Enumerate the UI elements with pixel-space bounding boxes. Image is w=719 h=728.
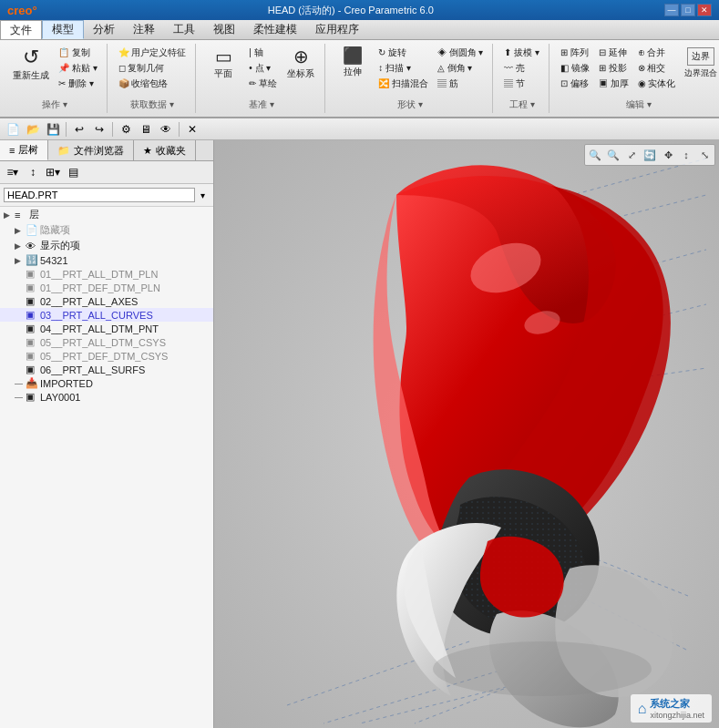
tree-item-dtm-csys2[interactable]: ▣ 05__PRT_DEF_DTM_CSYS	[0, 349, 213, 363]
menu-annotation[interactable]: 注释	[124, 20, 164, 39]
tb-view[interactable]: 👁	[157, 120, 175, 138]
menu-model[interactable]: 模型	[42, 20, 84, 39]
btn-coord[interactable]: ⊕ 坐标系	[282, 46, 319, 82]
tree-item-layer-root[interactable]: ▶ ≡ 层	[0, 207, 213, 222]
model-name-input[interactable]	[4, 188, 195, 202]
btn-rib[interactable]: ▤ 筋	[434, 77, 488, 91]
btn-axis[interactable]: | 轴	[245, 46, 281, 60]
btn-user-feature[interactable]: ⭐ 用户定义特征	[115, 46, 190, 60]
tb-open[interactable]: 📂	[24, 120, 42, 138]
btn-merge[interactable]: ⊕ 合并	[634, 46, 680, 60]
group-label-engineering: 工程 ▾	[509, 98, 535, 111]
ribbon-group-operations: ↺ 重新生成 📋 复制 📌 粘贴 ▾ ✂ 删除 ▾ 操作 ▾	[4, 44, 108, 113]
tb-close[interactable]: ✕	[183, 120, 201, 138]
number-icon: 🔢	[26, 254, 38, 266]
btn-paste[interactable]: 📌 粘贴 ▾	[55, 61, 101, 76]
panel-toolbar: ≡▾ ↕ ⊞▾ ▤	[0, 161, 213, 184]
menu-view[interactable]: 视图	[204, 20, 244, 39]
btn-draft[interactable]: ⬆ 拔模 ▾	[500, 46, 543, 60]
btn-regenerate[interactable]: ↺ 重新生成	[9, 46, 53, 84]
btn-boundary[interactable]: 边界 边界混合	[681, 46, 719, 81]
vp-pan[interactable]: ✥	[660, 147, 676, 163]
tree-label-lay0001: LAY0001	[40, 392, 80, 403]
arrow-icon	[15, 311, 24, 320]
btn-thicken[interactable]: ▣ 加厚	[595, 77, 632, 91]
pt-btn-expand[interactable]: ↕	[24, 163, 42, 181]
tab-favorites[interactable]: ★ 收藏夹	[134, 140, 196, 160]
tree-item-dtm-pln1[interactable]: ▣ 01__PRT_ALL_DTM_PLN	[0, 267, 213, 281]
maximize-button[interactable]: □	[681, 4, 695, 16]
tb-settings[interactable]: ⚙	[117, 120, 135, 138]
vp-perspective[interactable]: ⤡	[696, 147, 713, 163]
tree-item-54321[interactable]: ▶ 🔢 54321	[0, 253, 213, 267]
btn-plane[interactable]: ▭ 平面	[203, 46, 243, 82]
tab-layer-tree[interactable]: ≡ 层树	[0, 140, 48, 160]
ribbon-group-getdata: ⭐ 用户定义特征 ◻ 复制几何 📦 收缩包络 获取数据 ▾	[109, 44, 197, 113]
tree-item-visible[interactable]: ▶ 👁 显示的项	[0, 238, 213, 253]
watermark-url: xitongzhijia.net	[650, 711, 704, 720]
menu-analysis[interactable]: 分析	[84, 20, 124, 39]
close-button[interactable]: ✕	[697, 4, 712, 16]
tb-display[interactable]: 🖥	[137, 120, 155, 138]
tree-item-surfs[interactable]: ▣ 06__PRT_ALL_SURFS	[0, 363, 213, 376]
tab-fav-label: 收藏夹	[156, 144, 186, 158]
btn-copy[interactable]: 📋 复制	[55, 46, 101, 60]
tb-redo[interactable]: ↪	[90, 120, 108, 138]
model-name-dropdown[interactable]: ▾	[195, 186, 210, 204]
vp-fit[interactable]: ⤢	[623, 147, 640, 163]
btn-offset[interactable]: ⊡ 偏移	[557, 77, 593, 91]
vp-zoom-out[interactable]: 🔍	[605, 147, 621, 163]
tree-item-dtm-csys1[interactable]: ▣ 05__PRT_ALL_DTM_CSYS	[0, 335, 213, 349]
vp-spin[interactable]: ↕	[678, 147, 694, 163]
btn-solidify[interactable]: ◉ 实体化	[634, 77, 680, 91]
btn-rotate[interactable]: ↻ 旋转	[375, 46, 432, 60]
btn-extrude[interactable]: ⬛ 拉伸	[333, 46, 373, 80]
btn-mirror[interactable]: ◧ 镜像	[557, 61, 593, 76]
layer-item-icon: 📥	[26, 377, 38, 389]
pt-btn-filter[interactable]: ▤	[64, 163, 82, 181]
btn-sweep[interactable]: ↕ 扫描 ▾	[375, 61, 432, 76]
arrow-icon	[15, 365, 24, 374]
tree-item-hidden[interactable]: ▶ 📄 隐藏项	[0, 222, 213, 238]
favorites-icon: ★	[143, 145, 152, 157]
btn-intersect[interactable]: ⊗ 相交	[634, 61, 680, 76]
btn-chamfer[interactable]: ◬ 倒角 ▾	[434, 61, 488, 76]
ribbon-group-shape: ⬛ 拉伸 ↻ 旋转 ↕ 扫描 ▾ 🔀 扫描混合 ◈ 倒圆角 ▾ ◬ 倒角 ▾ ▤…	[327, 44, 493, 113]
vp-zoom-in[interactable]: 🔍	[587, 147, 603, 163]
btn-round[interactable]: ◈ 倒圆角 ▾	[434, 46, 488, 60]
menu-apps[interactable]: 应用程序	[306, 20, 368, 39]
btn-project[interactable]: ⊞ 投影	[595, 61, 632, 76]
logo-text: creo°	[7, 4, 37, 17]
btn-copy-geo[interactable]: ◻ 复制几何	[115, 61, 190, 76]
btn-shell[interactable]: 〰 売	[500, 61, 543, 76]
vp-rotate[interactable]: 🔄	[642, 147, 658, 163]
btn-array[interactable]: ⊞ 阵列	[557, 46, 593, 60]
btn-delete[interactable]: ✂ 删除 ▾	[55, 77, 101, 91]
menu-flexible[interactable]: 柔性建模	[244, 20, 306, 39]
tree-item-curves[interactable]: ▣ 03__PRT_ALL_CURVES	[0, 308, 213, 322]
menu-tools[interactable]: 工具	[164, 20, 204, 39]
menu-file[interactable]: 文件	[0, 20, 42, 39]
tb-new[interactable]: 📄	[4, 120, 22, 138]
tree-item-lay0001[interactable]: — ▣ LAY0001	[0, 390, 213, 404]
pt-btn-layout[interactable]: ⊞▾	[44, 163, 62, 181]
tree-item-dtm-pln2[interactable]: ▣ 01__PRT_DEF_DTM_PLN	[0, 281, 213, 294]
tb-undo[interactable]: ↩	[70, 120, 88, 138]
tb-save[interactable]: 💾	[44, 120, 62, 138]
btn-shrinkwrap[interactable]: 📦 收缩包络	[115, 77, 190, 91]
btn-point[interactable]: • 点 ▾	[245, 61, 281, 76]
minimize-button[interactable]: —	[664, 4, 679, 16]
btn-sketch[interactable]: ✏ 草绘	[245, 77, 281, 91]
btn-sweepblend[interactable]: 🔀 扫描混合	[375, 77, 432, 91]
3d-viewport[interactable]: 🔍 🔍 ⤢ 🔄 ✥ ↕ ⤡ ⌂ 系统之家 xitongzhijia.net	[214, 140, 719, 728]
btn-node[interactable]: ▤ 节	[500, 77, 543, 91]
tree-item-imported[interactable]: — 📥 IMPORTED	[0, 376, 213, 390]
btn-extend[interactable]: ⊟ 延伸	[595, 46, 632, 60]
pt-btn-menu[interactable]: ≡▾	[4, 163, 22, 181]
arrow-icon	[15, 283, 24, 292]
window-controls[interactable]: — □ ✕	[664, 4, 712, 16]
tree-item-dtm-pnt[interactable]: ▣ 04__PRT_ALL_DTM_PNT	[0, 322, 213, 335]
tree-item-axes[interactable]: ▣ 02__PRT_ALL_AXES	[0, 294, 213, 308]
tab-file-browser[interactable]: 📁 文件浏览器	[48, 140, 134, 160]
watermark: ⌂ 系统之家 xitongzhijia.net	[631, 694, 712, 723]
